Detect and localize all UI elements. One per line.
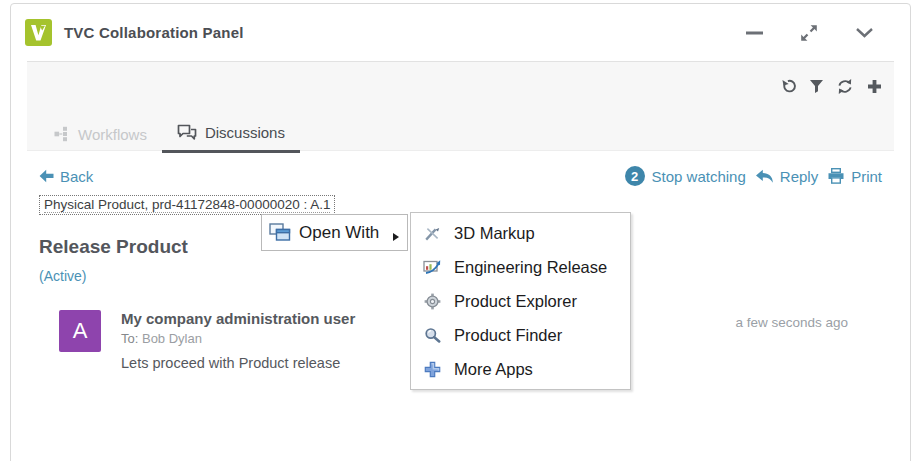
panel-header: TVC Collaboration Panel: [11, 4, 910, 61]
menu-item-product-finder[interactable]: Product Finder: [411, 318, 630, 352]
to-label: To:: [121, 331, 138, 346]
minimize-icon[interactable]: [742, 21, 766, 45]
markup-pencil-icon: [423, 225, 441, 242]
cascade-windows-icon: [269, 223, 291, 242]
refresh-icon[interactable]: [836, 77, 854, 95]
expand-icon[interactable]: [797, 21, 821, 45]
finder-magnifier-icon: [423, 327, 441, 344]
stop-watching-link[interactable]: Stop watching: [652, 168, 746, 185]
collapse-chevron-icon[interactable]: [852, 21, 876, 45]
tab-workflows[interactable]: Workflows: [39, 115, 162, 153]
open-with-submenu: 3D Markup Engineering Release: [410, 212, 631, 390]
reply-link[interactable]: Reply: [755, 168, 818, 185]
workflow-tree-icon: [54, 126, 70, 142]
menu-item-engineering-release[interactable]: Engineering Release: [411, 250, 630, 284]
tab-workflows-label: Workflows: [78, 126, 147, 143]
discussed-object-label: Physical Product, prd-41172848-00000020 …: [44, 197, 330, 213]
reply-arrow-icon: [755, 169, 774, 184]
release-chart-icon: [423, 259, 441, 275]
menu-item-label: More Apps: [454, 360, 533, 379]
submenu-arrow-icon: [393, 233, 399, 241]
tab-discussions-label: Discussions: [205, 124, 285, 141]
toolbar-section: Workflows Discussions: [27, 61, 894, 151]
filter-funnel-icon[interactable]: [807, 77, 825, 95]
tab-bar: Workflows Discussions: [39, 115, 300, 153]
undo-icon[interactable]: [778, 77, 796, 95]
discussion-action-row: Back 2 Stop watching Reply: [39, 166, 882, 186]
open-with-label: Open With: [299, 223, 379, 243]
discussed-object-link[interactable]: Physical Product, prd-41172848-00000020 …: [39, 195, 335, 215]
menu-item-more-apps[interactable]: More Apps: [411, 352, 630, 386]
context-menu-open-with[interactable]: Open With: [261, 214, 408, 251]
tvc-logo-icon: [25, 19, 52, 46]
menu-item-3d-markup[interactable]: 3D Markup: [411, 216, 630, 250]
screen: TVC Collaboration Panel: [0, 0, 922, 461]
watching-count-badge: 2: [625, 166, 645, 186]
more-apps-plus-icon: [423, 361, 441, 378]
menu-item-label: Product Finder: [454, 326, 562, 345]
menu-item-product-explorer[interactable]: Product Explorer: [411, 284, 630, 318]
back-link[interactable]: Back: [39, 168, 93, 185]
back-arrow-icon: [39, 169, 54, 183]
menu-item-label: Product Explorer: [454, 292, 577, 311]
print-link[interactable]: Print: [827, 168, 882, 185]
menu-item-label: 3D Markup: [454, 224, 535, 243]
avatar: A: [59, 310, 101, 352]
speech-bubbles-icon: [177, 124, 197, 141]
to-value: Bob Dylan: [142, 331, 202, 346]
printer-icon: [827, 168, 845, 184]
menu-item-label: Engineering Release: [454, 258, 607, 277]
explorer-gear-icon: [423, 293, 441, 310]
reply-label: Reply: [780, 168, 818, 185]
print-label: Print: [851, 168, 882, 185]
tab-discussions[interactable]: Discussions: [162, 115, 300, 153]
back-label: Back: [60, 168, 93, 185]
toolbar: [767, 77, 883, 95]
add-icon[interactable]: [865, 77, 883, 95]
message-timestamp: a few seconds ago: [735, 315, 848, 371]
panel-title: TVC Collaboration Panel: [64, 24, 244, 41]
